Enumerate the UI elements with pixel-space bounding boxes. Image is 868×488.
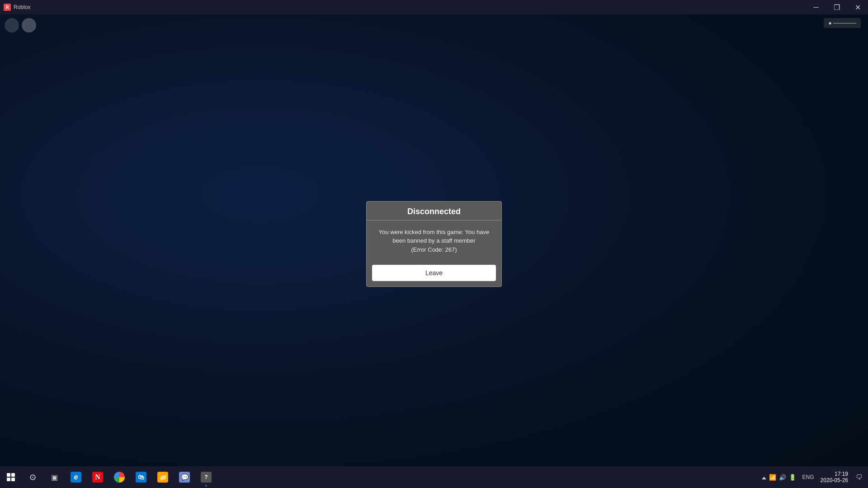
clock-date: 2020-05-26 — [821, 477, 848, 483]
system-clock[interactable]: 17:19 2020-05-26 — [817, 466, 852, 488]
taskbar-app-edge[interactable]: e — [65, 466, 87, 488]
discord-icon: 💬 — [179, 472, 190, 483]
notification-center-button[interactable]: 🗨 — [852, 466, 866, 488]
chrome-icon — [114, 472, 125, 483]
dialog-header: Disconnected — [367, 202, 501, 221]
close-button[interactable]: ✕ — [847, 0, 868, 14]
task-view-icon: ▣ — [51, 473, 58, 482]
minimize-button[interactable]: ─ — [806, 0, 826, 14]
dialog-message: You were kicked from this game: You have… — [376, 228, 492, 254]
taskbar-apps: e N 🛍 📁 💬 ? — [65, 466, 217, 488]
windows-logo-icon — [7, 473, 15, 481]
edge-icon: e — [71, 472, 81, 483]
titlebar-title: Roblox — [14, 4, 30, 10]
taskbar-right: 📶 🔊 🔋 ENG 17:19 2020-05-26 🗨 — [758, 466, 868, 488]
restore-button[interactable]: ❐ — [826, 0, 847, 14]
system-tray: 📶 🔊 🔋 — [758, 466, 800, 488]
disconnected-dialog: Disconnected You were kicked from this g… — [366, 201, 502, 287]
store-icon: 🛍 — [136, 472, 146, 483]
file-explorer-icon: 📁 — [157, 472, 168, 483]
clock-time: 17:19 — [835, 471, 848, 477]
dialog-footer: Leave — [367, 261, 501, 286]
taskbar-app-netflix[interactable]: N — [87, 466, 108, 488]
taskbar-app-discord[interactable]: 💬 — [174, 466, 195, 488]
task-view-button[interactable]: ▣ — [43, 466, 65, 488]
volume-icon[interactable]: 🔊 — [779, 474, 786, 481]
taskbar: ⊙ ▣ e N 🛍 📁 💬 ? — [0, 466, 868, 488]
titlebar-left: R Roblox — [4, 4, 30, 11]
taskbar-app-chrome[interactable] — [108, 466, 130, 488]
start-button[interactable] — [0, 466, 22, 488]
taskbar-app-unknown[interactable]: ? — [195, 466, 217, 488]
taskbar-app-store[interactable]: 🛍 — [130, 466, 152, 488]
notification-icon: 🗨 — [856, 474, 862, 481]
taskbar-app-explorer[interactable]: 📁 — [152, 466, 174, 488]
active-indicator — [205, 485, 207, 487]
dialog-title: Disconnected — [407, 207, 461, 216]
battery-icon[interactable]: 🔋 — [789, 474, 796, 481]
titlebar: R Roblox ─ ❐ ✕ — [0, 0, 868, 14]
dialog-overlay: Disconnected You were kicked from this g… — [0, 0, 868, 488]
unknown-app-icon: ? — [201, 472, 212, 483]
dialog-body: You were kicked from this game: You have… — [367, 221, 501, 262]
tray-chevron-icon[interactable] — [762, 474, 766, 481]
roblox-icon: R — [4, 4, 11, 11]
language-indicator[interactable]: ENG — [800, 474, 817, 480]
leave-button[interactable]: Leave — [372, 265, 496, 281]
search-icon: ⊙ — [29, 472, 36, 482]
titlebar-controls: ─ ❐ ✕ — [806, 0, 868, 14]
network-icon[interactable]: 📶 — [769, 474, 776, 481]
search-button[interactable]: ⊙ — [22, 466, 43, 488]
netflix-icon: N — [92, 472, 103, 483]
